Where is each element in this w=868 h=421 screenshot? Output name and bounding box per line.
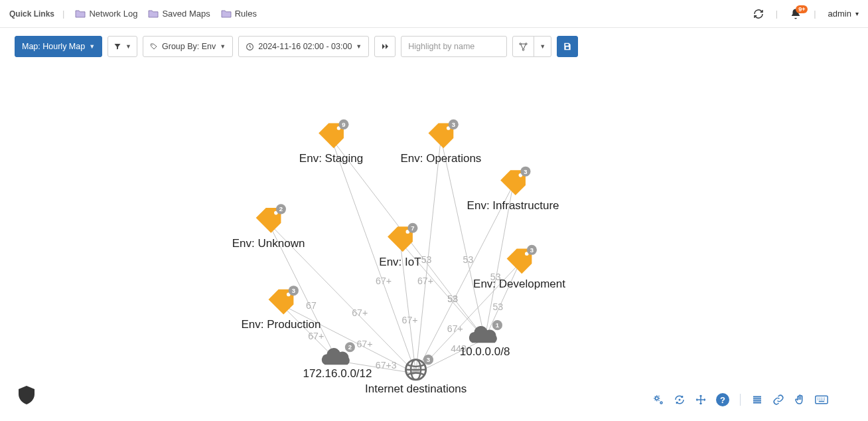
node-label: Env: Operations xyxy=(400,152,481,165)
move-button[interactable] xyxy=(695,394,707,406)
groupby-label: Group By: Env xyxy=(162,42,216,51)
separator: | xyxy=(60,9,67,19)
keyboard-button[interactable] xyxy=(815,394,828,405)
groupby-button[interactable]: Group By: Env ▼ xyxy=(143,36,233,57)
node-label: Env: Development xyxy=(473,278,565,290)
bottom-toolbar: ? xyxy=(652,393,828,406)
separator xyxy=(740,394,741,406)
hand-icon xyxy=(794,394,806,406)
link-icon xyxy=(772,394,784,406)
user-label: admin xyxy=(828,9,851,19)
node-label: Env: Infrastructure xyxy=(467,199,559,212)
save-icon xyxy=(563,42,572,51)
layout-button[interactable] xyxy=(512,36,534,57)
node-count-value: 2 xyxy=(348,343,352,351)
node-count-value: 3 xyxy=(452,121,455,128)
filter-button[interactable]: ▼ xyxy=(108,36,137,57)
map-node-unknown[interactable]: 2Env: Unknown xyxy=(232,204,305,249)
quick-links-label: Quick Links xyxy=(9,9,54,19)
user-menu[interactable]: admin ▾ xyxy=(828,9,859,19)
top-bar: Quick Links | Network Log Saved Maps Rul… xyxy=(0,0,868,28)
link-button[interactable] xyxy=(772,394,784,406)
chevron-down-icon: ▼ xyxy=(125,43,131,50)
keyboard-icon xyxy=(815,394,828,405)
svg-point-16 xyxy=(679,399,681,401)
map-node-development[interactable]: 3Env: Development xyxy=(473,245,565,290)
node-label: Env: Production xyxy=(241,318,321,331)
svg-point-4 xyxy=(523,48,525,50)
svg-point-0 xyxy=(152,44,153,45)
map-selector-label: Map: Hourly Map xyxy=(22,42,85,51)
layout-dropdown-button[interactable]: ▼ xyxy=(534,36,551,57)
highlight-input-wrapper xyxy=(401,36,507,57)
map-node-infrastructure[interactable]: 3Env: Infrastructure xyxy=(467,167,559,212)
tag-outline-icon xyxy=(150,42,158,50)
map-edge[interactable] xyxy=(441,138,484,339)
pan-button[interactable] xyxy=(794,394,806,406)
list-view-button[interactable] xyxy=(751,394,763,406)
layout-button-group: ▼ xyxy=(512,36,551,57)
chevron-down-icon: ▼ xyxy=(220,43,226,50)
map-node-operations[interactable]: 3Env: Operations xyxy=(400,120,481,165)
nav-label: Saved Maps xyxy=(162,9,210,19)
map-node-cidr10[interactable]: 110.0.0.0/8 xyxy=(460,320,510,358)
node-count-value: 9 xyxy=(342,121,345,128)
notifications-button[interactable]: 9+ xyxy=(790,8,802,20)
settings-button[interactable] xyxy=(652,394,664,406)
map-node-iot[interactable]: 7Env: IoT xyxy=(379,223,421,268)
chevron-down-icon: ▼ xyxy=(540,43,545,50)
edge-label: 53 xyxy=(421,254,432,265)
edge-label: 53 xyxy=(492,301,503,312)
folder-icon xyxy=(75,9,86,18)
node-label: 172.16.0.0/12 xyxy=(303,367,372,380)
edge-label: 53 xyxy=(463,254,474,265)
node-label: Internet destinations xyxy=(365,382,467,395)
network-map-canvas[interactable]: 67+5367+5353536767+67+5367+5367+67+67+34… xyxy=(0,60,868,401)
map-node-staging[interactable]: 9Env: Staging xyxy=(299,120,363,165)
top-bar-right: | 9+ | admin ▾ xyxy=(753,8,859,20)
edge-label: 67+ xyxy=(402,315,418,325)
edge-label: 67+ xyxy=(352,307,368,318)
edge-label: 67+ xyxy=(356,339,372,349)
jump-latest-button[interactable] xyxy=(374,36,396,57)
nav-network-log[interactable]: Network Log xyxy=(75,9,137,19)
refresh-icon xyxy=(753,9,764,19)
folder-icon xyxy=(221,9,232,18)
node-label: 10.0.0.0/8 xyxy=(460,345,510,358)
separator: | xyxy=(811,9,818,19)
node-count-value: 2 xyxy=(279,205,283,212)
nav-label: Network Log xyxy=(89,9,137,19)
help-button[interactable]: ? xyxy=(716,393,729,406)
highlight-input[interactable] xyxy=(408,42,512,51)
cloud-icon xyxy=(322,348,350,365)
nav-saved-maps[interactable]: Saved Maps xyxy=(148,9,210,19)
move-icon xyxy=(695,394,707,406)
help-icon: ? xyxy=(716,393,729,406)
node-label: Env: Staging xyxy=(299,152,363,165)
node-count-value: 3 xyxy=(292,287,295,294)
list-icon xyxy=(751,394,763,406)
nav-rules[interactable]: Rules xyxy=(221,9,257,19)
layout-icon xyxy=(518,42,528,52)
node-count-value: 1 xyxy=(496,321,499,329)
shield-button[interactable] xyxy=(19,386,35,406)
timerange-label: 2024-11-16 02:00 - 03:00 xyxy=(258,42,352,51)
map-selector-button[interactable]: Map: Hourly Map ▼ xyxy=(15,36,102,57)
node-count-value: 7 xyxy=(411,224,414,232)
top-bar-left: Quick Links | Network Log Saved Maps Rul… xyxy=(9,9,259,19)
separator: | xyxy=(773,9,780,19)
save-button[interactable] xyxy=(557,36,578,57)
chevron-down-icon: ▼ xyxy=(356,43,362,50)
nav-label: Rules xyxy=(235,9,257,19)
shield-icon xyxy=(19,386,35,404)
timerange-button[interactable]: 2024-11-16 02:00 - 03:00 ▼ xyxy=(238,36,369,57)
edge-label: 67+ xyxy=(376,276,392,286)
clock-icon xyxy=(246,42,254,51)
chevron-down-icon: ▾ xyxy=(855,10,859,17)
svg-point-2 xyxy=(520,42,522,44)
edge-label: 67 xyxy=(306,300,317,311)
refresh-button[interactable] xyxy=(753,9,764,19)
refresh-layout-button[interactable] xyxy=(674,394,686,406)
map-svg: 67+5367+5353536767+67+5367+5367+67+67+34… xyxy=(0,60,868,401)
node-count-value: 3 xyxy=(524,168,527,175)
